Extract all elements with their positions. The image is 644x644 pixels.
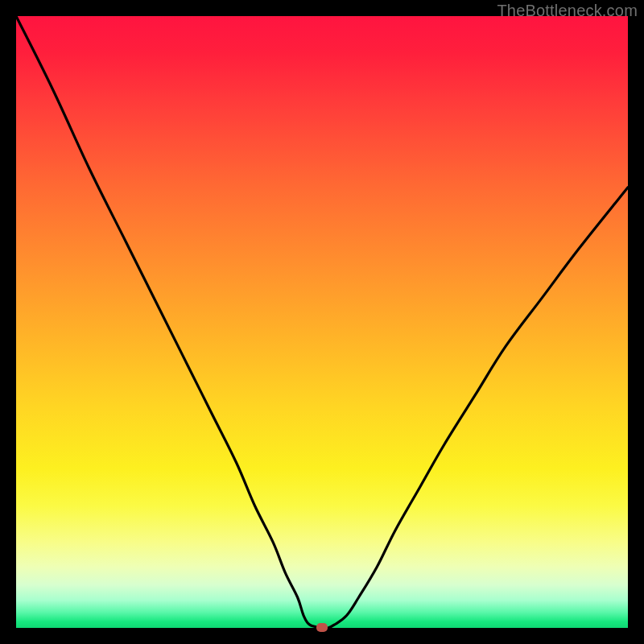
curve-svg — [16, 16, 628, 628]
minimum-marker — [316, 623, 328, 632]
bottleneck-curve-path — [16, 16, 628, 629]
plot-area — [16, 16, 628, 628]
chart-frame: TheBottleneck.com — [0, 0, 644, 644]
